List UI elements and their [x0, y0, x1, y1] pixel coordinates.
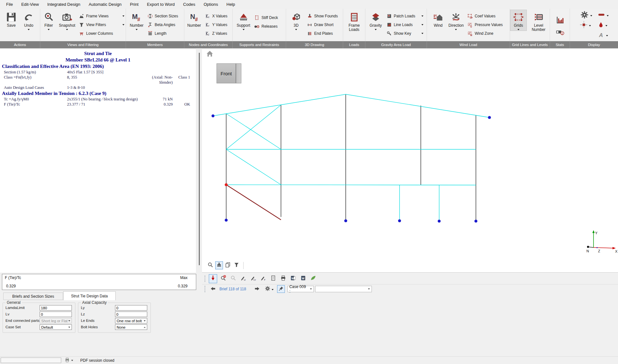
filter-dropdown-arrow[interactable]	[48, 29, 50, 30]
display-line-dropdown-arrow[interactable]	[607, 15, 609, 16]
3d-button[interactable]: 3D	[288, 10, 304, 31]
member-tie[interactable]	[226, 185, 281, 220]
line-loads-dropdown-arrow[interactable]	[421, 24, 423, 25]
display-node-button[interactable]	[579, 21, 593, 29]
view-filter-button[interactable]	[233, 261, 240, 269]
display-droplet-dropdown-arrow[interactable]	[605, 25, 607, 26]
export-word-alt-button[interactable]: W	[299, 275, 307, 283]
menu-integrated-design[interactable]: Integrated Design	[43, 0, 85, 8]
node-blue[interactable]	[488, 116, 491, 119]
tab-strut-tie-design-data[interactable]: Strut Tie Design Data	[63, 291, 116, 300]
stats-info-button[interactable]: i	[555, 29, 565, 37]
menu-codes[interactable]: Codes	[179, 0, 199, 8]
node-blue[interactable]	[211, 114, 214, 117]
section-sizes-button[interactable]: Section Sizes	[146, 12, 182, 20]
frame-views-dropdown-arrow[interactable]	[122, 15, 124, 17]
copy-view-button[interactable]	[224, 261, 232, 269]
display-droplet-button[interactable]	[597, 21, 609, 29]
lamdalimit-input[interactable]	[40, 305, 72, 311]
support-button[interactable]: Support	[235, 10, 252, 31]
toolbar-grip[interactable]	[205, 275, 206, 282]
stiff-deck-button[interactable]: Stiff Deck	[253, 14, 284, 22]
scroll-to-result-button[interactable]	[209, 274, 217, 283]
member-beam[interactable]	[226, 185, 476, 185]
snapshot-button[interactable]: Snapshot	[58, 10, 76, 31]
display-font-button[interactable]: A	[597, 31, 609, 39]
level-number-button[interactable]: Level Number	[527, 10, 550, 33]
z-values-button[interactable]: Z Z Values	[203, 29, 231, 37]
menu-automatic-design[interactable]: Automatic Design	[84, 0, 126, 8]
menu-options[interactable]: Options	[199, 0, 222, 8]
gravity-dropdown-arrow[interactable]	[375, 29, 377, 30]
grids-dropdown-arrow[interactable]	[517, 29, 519, 30]
printer-dropdown-arrow[interactable]	[71, 360, 73, 361]
display-node-dropdown-arrow[interactable]	[589, 25, 591, 26]
view-cube[interactable]: Front	[217, 63, 242, 83]
x-values-button[interactable]: X X Values	[203, 12, 231, 20]
show-key-dropdown-arrow[interactable]	[421, 33, 423, 34]
3d-dropdown-arrow[interactable]	[295, 29, 297, 30]
stats-chart-button[interactable]	[555, 16, 565, 25]
case-combo[interactable]	[315, 286, 372, 292]
bolt-holes-dropdown[interactable]: None	[115, 324, 147, 330]
menu-edit-view[interactable]: Edit-View	[17, 0, 43, 8]
node-blue[interactable]	[474, 219, 477, 222]
menu-print[interactable]: Print	[126, 0, 143, 8]
member-beam[interactable]	[346, 94, 489, 117]
toolbar-grip[interactable]	[205, 286, 206, 292]
node-blue[interactable]	[344, 219, 347, 222]
patch-loads-dropdown-arrow[interactable]	[421, 15, 423, 17]
draw-short-button[interactable]: Draw Short	[305, 21, 341, 29]
brief-counter-link[interactable]: Brief 118 of 118	[219, 287, 246, 291]
menu-export-to-word[interactable]: Export to Word	[143, 0, 179, 8]
patch-loads-button[interactable]: Patch Loads	[385, 12, 425, 20]
undo-button[interactable]: Undo	[20, 10, 37, 31]
ly-input[interactable]	[115, 305, 147, 311]
member-beam[interactable]	[226, 149, 281, 185]
print-report-button[interactable]	[279, 275, 287, 283]
snapshot-dropdown-arrow[interactable]	[66, 29, 68, 30]
beta-angles-button[interactable]: Beta Angles	[146, 21, 182, 29]
display-font-dropdown-arrow[interactable]	[606, 35, 608, 36]
view-filters-dropdown-arrow[interactable]	[122, 24, 124, 25]
stamp-mode-button[interactable]	[215, 261, 223, 269]
display-settings-dropdown-arrow[interactable]	[590, 15, 592, 16]
display-settings-button[interactable]	[579, 11, 593, 19]
direction-button[interactable]: Direction	[447, 10, 465, 31]
scrollbar-thumb[interactable]	[199, 53, 200, 265]
eco-view-button[interactable]	[309, 275, 317, 283]
node-number-button[interactable]: N# Number	[186, 10, 203, 28]
coef-values-button[interactable]: CP Coef Values	[466, 12, 507, 20]
end-connected-parts-dropdown[interactable]: Short leg or Flat	[40, 318, 72, 323]
y-values-button[interactable]: Y Y Values	[203, 21, 231, 29]
report-scrollbar[interactable]	[196, 48, 202, 273]
lower-columns-button[interactable]: Lower Columns	[77, 29, 126, 37]
menu-help[interactable]: Help	[222, 0, 239, 8]
grids-button[interactable]: Grids	[510, 10, 527, 31]
filter-button[interactable]: Filter	[40, 10, 57, 31]
length-button[interactable]: Length	[146, 29, 182, 37]
pin-brief-button[interactable]	[277, 285, 285, 293]
edit-utilisation-button[interactable]: U	[239, 275, 247, 283]
case-set-dropdown[interactable]: Default	[40, 324, 72, 330]
export-word-button[interactable]: W	[289, 275, 297, 283]
wind-button[interactable]: Wind	[430, 10, 447, 28]
node-blue[interactable]	[225, 219, 227, 221]
zoom-cancel-button[interactable]	[219, 275, 227, 283]
model-view-canvas[interactable]: Front Y X Z N	[202, 48, 618, 273]
tab-briefs-and-section-sizes[interactable]: Briefs and Section Sizes	[3, 293, 63, 300]
frame-drawing[interactable]	[202, 49, 618, 273]
save-button[interactable]: Save	[3, 10, 20, 28]
show-founds-button[interactable]: Show Founds	[305, 12, 341, 20]
member-number-dropdown-arrow[interactable]	[136, 29, 138, 30]
node-red[interactable]	[225, 183, 227, 186]
support-dropdown-arrow[interactable]	[243, 29, 245, 30]
frame-views-button[interactable]: Frame Views	[77, 12, 126, 20]
undo-dropdown-arrow[interactable]	[28, 29, 30, 30]
show-key-button[interactable]: Show Key	[385, 29, 425, 37]
view-cube-front-face[interactable]: Front	[217, 63, 236, 83]
end-plates-button[interactable]: End Plates	[305, 29, 341, 37]
gravity-button[interactable]: Gravity	[367, 10, 384, 31]
pdf-printer-control[interactable]	[64, 357, 73, 364]
lv-input[interactable]	[40, 312, 72, 317]
